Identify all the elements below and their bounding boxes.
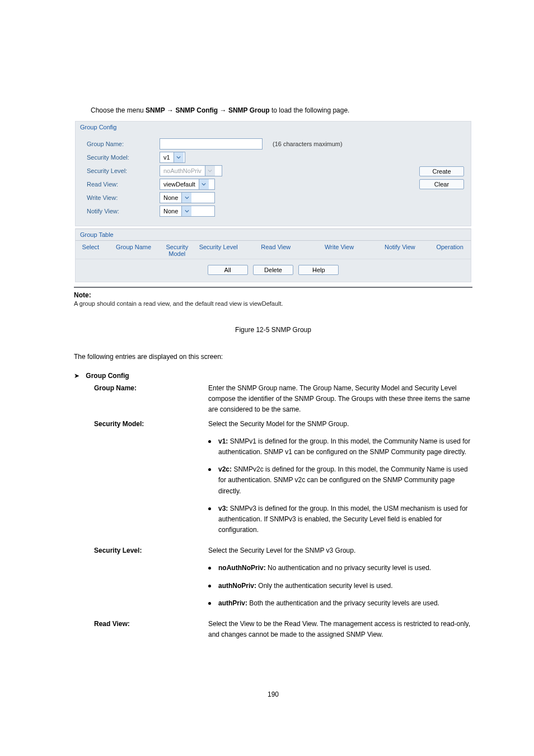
sm-v2c-text: SNMPv2c is defined for the group. In thi… [218,465,468,494]
read-view-select[interactable]: viewDefault [160,179,215,190]
sm-v1-text: SNMPv1 is defined for the group. In this… [218,437,470,456]
breadcrumb: Choose the menu SNMP → SNMP Config → SNM… [91,106,472,114]
sl-an-text: Only the authentication security level i… [258,582,392,590]
sm-v3-text: SNMPv3 is defined for the group. In this… [218,505,468,534]
label-notify-view: Notify View: [80,208,160,214]
breadcrumb-prefix: Choose the menu [91,106,146,114]
sm-v2c-label: v2c: [218,465,232,473]
list-item: authPriv: Both the authentication and th… [208,598,472,609]
list-item: authNoPriv: Only the authentication secu… [208,581,472,591]
delete-button[interactable]: Delete [253,265,293,275]
snmp-group-panel: Group Config Group Name: (16 characters … [74,120,472,307]
group-table-header: Select Group Name Security Model Securit… [75,240,471,259]
sl-ap-text: Both the authentication and the privacy … [249,599,439,607]
th-operation: Operation [429,244,471,257]
sl-ap-label: authPriv: [218,599,247,607]
list-item: v1: SNMPv1 is defined for the group. In … [208,436,472,458]
term-security-level: Security Level: [94,545,208,615]
figure-caption: Figure 12-5 SNMP Group [74,326,472,334]
create-button[interactable]: Create [419,166,464,176]
th-security-level: Security Level [193,244,244,257]
chevron-down-icon [181,193,191,203]
security-model-select[interactable]: v1 [160,152,185,163]
th-read-view: Read View [244,244,307,257]
term-group-name: Group Name: [94,383,208,416]
page-number: 190 [74,690,472,698]
triangle-bullet-icon: ➤ [74,372,79,380]
arrow-icon: → [220,106,227,114]
select-value: viewDefault [160,181,199,188]
chevron-down-icon [199,179,209,189]
label-write-view: Write View: [80,194,160,201]
label-read-view: Read View: [80,181,160,188]
th-notify-view: Notify View [371,244,429,257]
list-item: v2c: SNMPv2c is defined for the group. I… [208,464,472,497]
write-view-select[interactable]: None [160,192,215,203]
def-read-view: Select the View to be the Read View. The… [208,619,472,640]
security-level-select: noAuthNoPriv [160,165,222,176]
label-group-name: Group Name: [80,141,160,147]
breadcrumb-p2: SNMP Config [175,106,218,114]
th-write-view: Write View [307,244,371,257]
section-header-group-config: Group Config [86,372,129,380]
chevron-down-icon [205,166,215,176]
notify-view-select[interactable]: None [160,206,215,217]
select-value: noAuthNoPriv [160,167,205,174]
group-config-title: Group Config [75,121,471,133]
def-security-model: Select the Security Model for the SNMP G… [208,419,472,543]
term-read-view: Read View: [94,619,208,640]
note-title: Note: [74,291,472,299]
term-security-model: Security Model: [94,419,208,543]
group-name-hint: (16 characters maximum) [273,141,343,147]
group-table-title: Group Table [75,228,471,240]
divider [74,287,472,288]
select-value: v1 [160,154,174,161]
breadcrumb-p1: SNMP [146,106,165,114]
label-security-level: Security Level: [80,167,160,174]
sm-v1-label: v1: [218,437,228,445]
breadcrumb-p3: SNMP Group [228,106,270,114]
help-button[interactable]: Help [298,265,339,275]
list-item: v3: SNMPv3 is defined for the group. In … [208,503,472,536]
all-button[interactable]: All [208,265,248,275]
chevron-down-icon [174,152,184,162]
def-security-model-text: Select the Security Model for the SNMP G… [208,420,349,428]
th-security-model: Security Model [161,244,193,257]
group-name-input[interactable] [160,138,263,150]
note-body: A group should contain a read view, and … [74,300,472,307]
entries-intro: The following entries are displayed on t… [74,353,472,361]
table-actions: All Delete Help [75,259,471,282]
th-group-name: Group Name [106,244,162,257]
def-group-name: Enter the SNMP Group name. The Group Nam… [208,383,472,416]
select-value: None [160,194,181,201]
select-value: None [160,208,181,214]
group-config-body: Group Name: (16 characters maximum) Secu… [75,133,471,226]
sl-nn-text: No authentication and no privacy securit… [268,564,431,572]
list-item: noAuthNoPriv: No authentication and no p… [208,563,472,573]
sl-nn-label: noAuthNoPriv: [218,564,266,572]
label-security-model: Security Model: [80,154,160,161]
sl-an-label: authNoPriv: [218,582,256,590]
arrow-icon: → [167,106,174,114]
breadcrumb-suffix: to load the following page. [271,106,349,114]
def-security-level: Select the Security Level for the SNMP v… [208,545,472,615]
chevron-down-icon [181,206,191,216]
clear-button[interactable]: Clear [419,179,464,189]
def-security-level-text: Select the Security Level for the SNMP v… [208,547,355,554]
sm-v3-label: v3: [218,505,228,512]
th-select: Select [76,244,106,257]
definition-list: Group Name: Enter the SNMP Group name. T… [94,383,472,640]
